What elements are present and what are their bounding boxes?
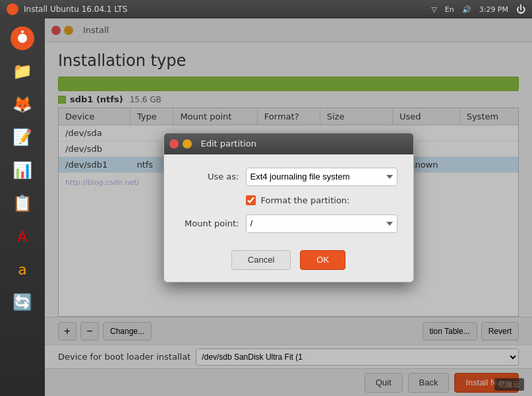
sidebar-item-fonts[interactable]: A	[7, 220, 38, 252]
dialog-title: Edit partition	[201, 139, 256, 148]
lang-indicator: En	[445, 5, 454, 14]
sidebar-item-files[interactable]: 📁	[7, 55, 38, 87]
use-as-label: Use as:	[180, 172, 239, 182]
cancel-button[interactable]: Cancel	[231, 250, 291, 270]
format-label: Format the partition:	[261, 195, 350, 205]
sidebar-item-calc[interactable]: 📊	[7, 154, 38, 186]
format-row: Format the partition:	[180, 195, 398, 205]
sidebar-item-ubuntu[interactable]	[7, 22, 38, 54]
edit-partition-dialog: Edit partition Use as: Ext4 journaling f…	[163, 133, 414, 282]
dialog-titlebar: Edit partition	[164, 133, 413, 154]
dialog-close-button[interactable]	[169, 139, 179, 148]
wifi-icon: ▽	[431, 5, 436, 14]
ok-button[interactable]: OK	[300, 250, 345, 270]
volume-icon: 🔊	[462, 5, 471, 14]
titlebar-title: Install Ubuntu 16.04.1 LTS	[24, 5, 127, 14]
sidebar-item-firefox[interactable]: 🦊	[7, 88, 38, 120]
mount-point-select[interactable]: / /boot /home /tmp /usr /var /srv	[246, 214, 398, 233]
sidebar-item-amazon[interactable]: a	[7, 253, 38, 285]
ubuntu-icon	[7, 3, 18, 15]
dialog-minimize-button[interactable]	[183, 139, 192, 148]
sidebar: 📁 🦊 📝 📊 📋 A a 🔄	[0, 18, 45, 396]
sidebar-item-impress[interactable]: 📋	[7, 187, 38, 219]
use-as-row: Use as: Ext4 journaling file system Ext3…	[180, 168, 398, 186]
power-icon: ⏻	[516, 4, 525, 15]
sidebar-item-update[interactable]: 🔄	[7, 286, 38, 318]
mount-point-row: Mount point: / /boot /home /tmp /usr /va…	[180, 214, 398, 233]
dialog-footer: Cancel OK	[164, 244, 413, 282]
dialog-overlay: Edit partition Use as: Ext4 journaling f…	[45, 18, 532, 396]
mount-point-label: Mount point:	[180, 218, 239, 228]
dialog-body: Use as: Ext4 journaling file system Ext3…	[164, 154, 413, 244]
use-as-select[interactable]: Ext4 journaling file system Ext3 journal…	[246, 168, 398, 186]
sidebar-item-writer[interactable]: 📝	[7, 121, 38, 153]
titlebar-right: ▽ En 🔊 3:29 PM ⏻	[431, 4, 525, 15]
format-checkbox[interactable]	[246, 195, 256, 205]
titlebar-left: Install Ubuntu 16.04.1 LTS	[7, 3, 127, 15]
clock: 3:29 PM	[479, 5, 508, 14]
titlebar: Install Ubuntu 16.04.1 LTS ▽ En 🔊 3:29 P…	[0, 0, 532, 18]
